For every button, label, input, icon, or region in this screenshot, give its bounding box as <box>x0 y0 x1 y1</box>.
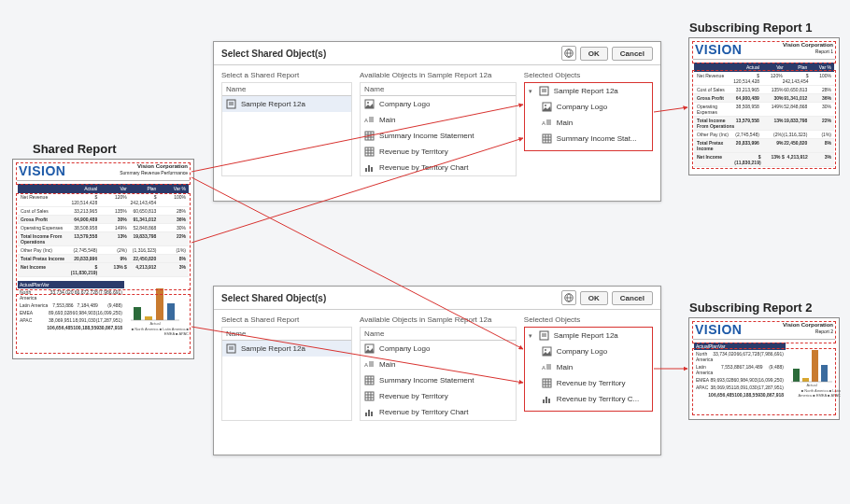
cancel-button[interactable]: Cancel <box>612 291 653 305</box>
svg-rect-87 <box>543 399 545 403</box>
svg-text:A: A <box>542 365 545 371</box>
object-item[interactable]: Revenue by Territory C... <box>525 391 652 407</box>
item-label: Sample Report 12a <box>554 331 618 340</box>
object-item[interactable]: Revenue by Territory <box>361 388 516 404</box>
selected-parent[interactable]: Sample Report 12a <box>525 83 652 99</box>
svg-rect-34 <box>371 167 373 172</box>
object-item[interactable]: Summary Income Statement <box>361 372 516 388</box>
object-item[interactable]: AMain <box>361 357 516 372</box>
ok-button[interactable]: OK <box>580 47 608 61</box>
object-item[interactable]: AMain <box>525 115 652 131</box>
item-label: Main <box>379 116 395 124</box>
label-sub-report-2: Subscribing Report 2 <box>689 301 812 315</box>
available-list: Company LogoAMainSummary Income Statemen… <box>361 96 516 175</box>
dialog-title: Select Shared Object(s) <box>221 293 326 303</box>
text-icon: A <box>364 359 375 370</box>
svg-point-77 <box>545 349 546 351</box>
item-label: Main <box>557 363 573 371</box>
grid-icon <box>364 375 375 385</box>
svg-rect-89 <box>548 399 550 403</box>
grid-icon <box>364 147 375 157</box>
report-icon <box>226 343 236 354</box>
item-label: Sample Report 12a <box>554 87 618 95</box>
svg-rect-82 <box>543 379 551 387</box>
dialog-title: Select Shared Object(s) <box>221 49 326 59</box>
column-header: Select a Shared Report <box>221 71 352 79</box>
item-label: Summary Income Statement <box>379 376 474 385</box>
grid-icon <box>542 133 552 144</box>
selected-children: Company LogoAMainRevenue by TerritoryRev… <box>525 343 652 407</box>
object-item[interactable]: Summary Income Statement <box>361 128 516 144</box>
item-label: Revenue by Territory <box>379 147 448 156</box>
label-shared-report: Shared Report <box>33 142 117 156</box>
object-item[interactable]: Revenue by Territory <box>525 375 652 391</box>
shared-report-thumbnail: VISION Vision Corporation Summary Revenu… <box>12 159 194 359</box>
chart-icon <box>542 394 552 404</box>
item-label: Sample Report 12a <box>241 344 305 353</box>
svg-rect-88 <box>545 397 547 403</box>
selected-parent[interactable]: Sample Report 12a <box>525 328 652 343</box>
ok-button[interactable]: OK <box>580 291 608 305</box>
highlight-logo <box>692 41 836 63</box>
svg-rect-65 <box>365 392 374 400</box>
object-item[interactable]: AMain <box>361 112 516 128</box>
svg-rect-70 <box>365 413 367 416</box>
available-objects-column: Available Objects in Sample Report 12a N… <box>360 315 517 421</box>
item-label: Revenue by Territory C... <box>557 395 639 403</box>
object-item[interactable]: Company Logo <box>525 99 652 115</box>
label-sub-report-1: Subscribing Report 1 <box>689 21 812 35</box>
object-item[interactable]: Revenue by Territory Chart <box>361 404 516 420</box>
shared-report-item[interactable]: Sample Report 12a <box>222 96 351 112</box>
text-icon: A <box>542 362 552 372</box>
cancel-button[interactable]: Cancel <box>612 47 653 61</box>
highlight-territory <box>692 348 836 415</box>
select-shared-objects-dialog-1: Select Shared Object(s) OK Cancel Select… <box>213 41 661 202</box>
selected-box: Sample Report 12a Company LogoAMainSumma… <box>524 82 653 151</box>
item-label: Company Logo <box>379 100 430 108</box>
image-icon <box>364 343 375 354</box>
dialog-titlebar: Select Shared Object(s) OK Cancel <box>214 42 660 65</box>
column-header: Available Objects in Sample Report 12a <box>360 315 517 324</box>
object-item[interactable]: AMain <box>525 359 652 375</box>
svg-rect-60 <box>365 376 374 385</box>
shared-report-item[interactable]: Sample Report 12a <box>222 341 351 357</box>
item-label: Company Logo <box>557 103 607 111</box>
sub-report-1-thumbnail: VISION Vision Corporation Report 1 Actua… <box>688 37 840 175</box>
item-label: Company Logo <box>379 344 430 353</box>
svg-rect-27 <box>365 147 374 156</box>
svg-point-17 <box>367 102 369 104</box>
svg-rect-71 <box>368 410 370 416</box>
column-header: Selected Objects <box>524 71 653 79</box>
svg-text:A: A <box>542 120 545 126</box>
svg-rect-33 <box>368 165 370 172</box>
help-icon[interactable] <box>561 290 576 305</box>
svg-rect-72 <box>371 412 373 416</box>
help-icon[interactable] <box>561 46 576 61</box>
image-icon <box>542 102 552 112</box>
highlight-logo <box>16 162 191 185</box>
highlight-territory <box>16 294 191 354</box>
sub-report-2-thumbnail: VISION Vision Corporation Report 2 Actua… <box>688 317 840 420</box>
highlight-income-statement <box>16 193 191 290</box>
object-item[interactable]: Summary Income Stat... <box>525 131 652 147</box>
dialog-titlebar: Select Shared Object(s) OK Cancel <box>214 287 660 310</box>
name-header: Name <box>361 328 516 341</box>
dialog-body: Select a Shared Report Name Sample Repor… <box>214 310 660 428</box>
report-icon <box>539 330 549 341</box>
object-item[interactable]: Revenue by Territory Chart <box>361 160 516 175</box>
chart-icon <box>364 162 375 173</box>
item-label: Revenue by Territory <box>557 379 626 387</box>
svg-text:A: A <box>364 118 368 123</box>
shared-report-column: Select a Shared Report Name Sample Repor… <box>221 71 352 176</box>
report-icon <box>226 99 236 109</box>
selected-children: Company LogoAMainSummary Income Stat... <box>525 99 652 147</box>
available-list: Company LogoAMainSummary Income Statemen… <box>361 341 516 420</box>
object-item[interactable]: Company Logo <box>361 96 516 112</box>
column-header: Selected Objects <box>524 315 653 324</box>
object-item[interactable]: Company Logo <box>361 341 516 357</box>
object-item[interactable]: Company Logo <box>525 343 652 359</box>
name-header: Name <box>222 83 351 96</box>
grid-icon <box>364 131 375 141</box>
object-item[interactable]: Revenue by Territory <box>361 144 516 160</box>
svg-text:A: A <box>364 362 368 368</box>
